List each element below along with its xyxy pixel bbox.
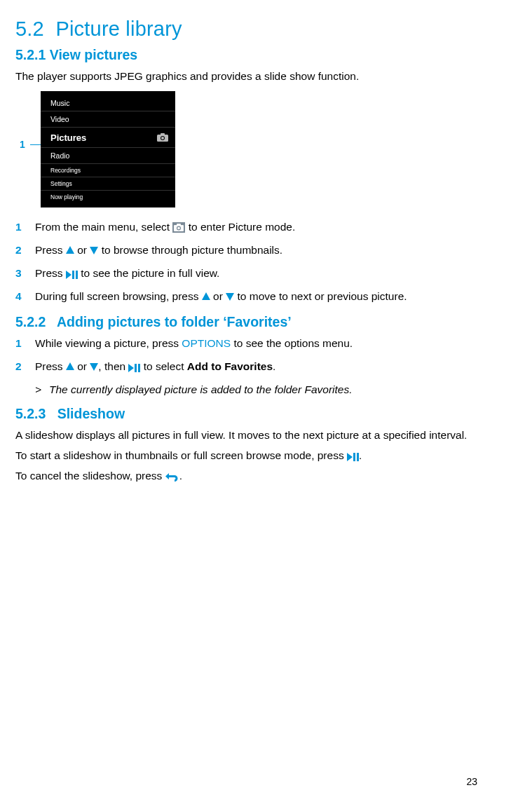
camera-icon — [172, 222, 185, 233]
options-label: OPTIONS — [182, 337, 231, 349]
step-body: Press to see the picture in full view. — [35, 266, 498, 281]
menu-item-music: Music — [41, 95, 175, 111]
svg-rect-1 — [161, 133, 165, 135]
callout-line — [30, 144, 41, 145]
subsection-522-title: Adding pictures to folder ‘Favorites’ — [57, 314, 292, 329]
step-body: From the main menu, select to enter Pict… — [35, 220, 498, 235]
subsection-522-heading: 5.2.2 Adding pictures to folder ‘Favorit… — [15, 313, 498, 331]
callout-label-1: 1 — [20, 138, 25, 151]
svg-rect-13 — [135, 364, 137, 372]
step-body: Press or , then to select Add to Favorit… — [35, 360, 498, 374]
step-number: 1 — [15, 336, 35, 351]
result-text: The currently displayed picture is added… — [49, 383, 353, 397]
play-pause-icon — [66, 271, 78, 279]
play-pause-icon — [347, 453, 359, 461]
down-arrow-icon — [226, 293, 234, 301]
step-body: While viewing a picture, press OPTIONS t… — [35, 336, 498, 351]
menu-item-video: Video — [41, 111, 175, 128]
step-body: Press or to browse through picture thumb… — [35, 243, 498, 258]
up-arrow-icon — [202, 292, 210, 300]
subsection-521-intro: The player supports JPEG graphics and pr… — [15, 69, 498, 84]
page-number: 23 — [466, 775, 477, 789]
step-number: 1 — [15, 220, 35, 235]
subsection-523-heading: 5.2.3 Slideshow — [15, 404, 498, 423]
step-number: 2 — [15, 243, 35, 258]
slideshow-para-1: A slideshow displays all pictures in ful… — [15, 428, 498, 443]
subsection-521-heading: 5.2.1 View pictures — [15, 46, 498, 64]
slideshow-para-3: To cancel the slideshow, press . — [15, 469, 498, 484]
menu-item-recordings: Recordings — [41, 164, 175, 177]
up-arrow-icon — [66, 246, 74, 254]
section-heading: 5.2 Picture library — [15, 15, 498, 43]
subsection-523-number: 5.2.3 — [15, 406, 46, 421]
subsection-521-title: View pictures — [50, 47, 137, 62]
subsection-522-number: 5.2.2 — [15, 314, 46, 329]
menu-item-radio: Radio — [41, 148, 175, 164]
svg-marker-9 — [66, 271, 71, 279]
result-marker: > — [35, 383, 49, 397]
slideshow-para-2: To start a slideshow in thumbnails or fu… — [15, 449, 498, 463]
svg-point-8 — [178, 227, 181, 230]
up-arrow-icon — [66, 362, 74, 370]
section-title: Picture library — [55, 18, 182, 40]
menu-item-pictures: Pictures — [41, 128, 175, 148]
menu-item-settings: Settings — [41, 177, 175, 191]
down-arrow-icon — [90, 363, 98, 371]
svg-rect-6 — [177, 224, 181, 226]
step-number: 3 — [15, 266, 35, 281]
result-note: > The currently displayed picture is add… — [35, 383, 498, 397]
back-icon — [165, 472, 179, 482]
svg-marker-12 — [128, 364, 134, 372]
step-body: During full screen browsing, press or to… — [35, 290, 498, 304]
subsection-521-number: 5.2.1 — [15, 47, 46, 62]
step-number: 4 — [15, 290, 35, 304]
play-pause-icon — [128, 364, 140, 372]
device-menu-illustration: 1 Music Video Pictures Radio Recordings … — [36, 91, 498, 210]
add-to-favorites-label: Add to Favorites — [187, 360, 273, 372]
steps-522: 1 While viewing a picture, press OPTIONS… — [15, 336, 498, 374]
svg-point-3 — [161, 137, 164, 139]
section-number: 5.2 — [15, 18, 44, 40]
device-menu: Music Video Pictures Radio Recordings Se… — [41, 91, 175, 207]
svg-marker-15 — [347, 453, 353, 461]
svg-rect-16 — [353, 453, 355, 461]
down-arrow-icon — [90, 247, 98, 254]
svg-rect-10 — [72, 271, 74, 279]
step-number: 2 — [15, 360, 35, 374]
camera-icon — [157, 133, 168, 142]
steps-521: 1 From the main menu, select to enter Pi… — [15, 220, 498, 304]
menu-item-now-playing: Now playing — [41, 191, 175, 203]
subsection-523-title: Slideshow — [57, 406, 125, 421]
